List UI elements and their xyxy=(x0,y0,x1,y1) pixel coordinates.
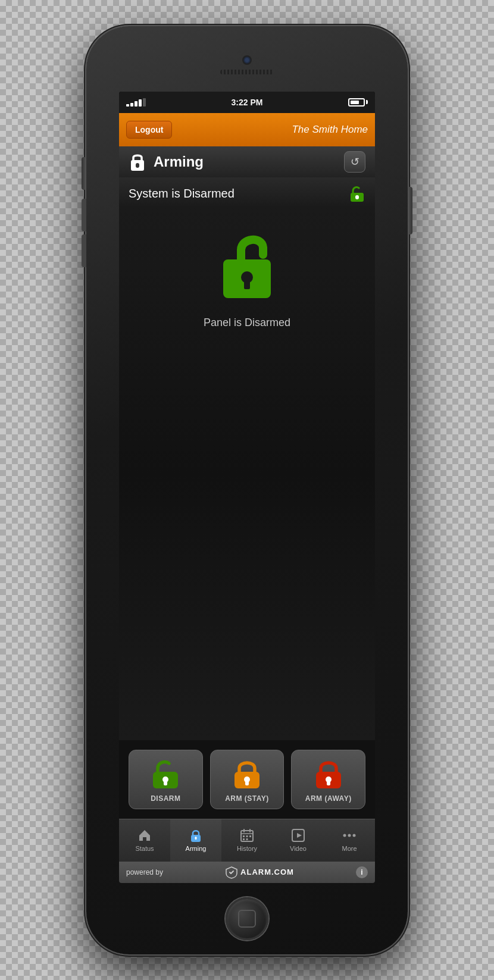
disarmed-status-icon xyxy=(349,186,365,202)
alarm-shield-icon xyxy=(225,866,238,879)
section-title-left: Arming xyxy=(129,152,204,172)
svg-rect-23 xyxy=(246,835,248,837)
arm-stay-icon xyxy=(232,759,262,790)
system-status-text: System is Disarmed xyxy=(129,187,235,201)
tab-history[interactable]: History xyxy=(221,819,273,862)
svg-rect-26 xyxy=(246,838,248,840)
svg-rect-12 xyxy=(245,780,249,785)
signal-bars xyxy=(126,98,146,107)
arm-stay-label: ARM (STAY) xyxy=(225,794,269,803)
tab-video-label: Video xyxy=(290,845,307,852)
powered-bar: powered by ALARM.COM i xyxy=(119,862,375,883)
arm-away-label: ARM (AWAY) xyxy=(305,794,352,803)
svg-point-31 xyxy=(353,834,356,837)
arm-stay-button[interactable]: ARM (STAY) xyxy=(210,750,284,809)
svg-point-30 xyxy=(348,834,351,837)
system-status-row: System is Disarmed xyxy=(119,177,375,207)
signal-bar-1 xyxy=(126,104,129,107)
disarm-label: DISARM xyxy=(151,794,180,803)
section-title-text: Arming xyxy=(154,154,204,170)
tab-more[interactable]: More xyxy=(324,819,375,862)
tab-status[interactable]: Status xyxy=(119,819,170,862)
history-calendar-icon xyxy=(240,828,254,843)
svg-point-29 xyxy=(343,834,346,837)
svg-rect-25 xyxy=(243,838,245,840)
alarm-brand-name: ALARM.COM xyxy=(240,868,294,876)
svg-marker-28 xyxy=(297,833,302,838)
arming-lock-icon xyxy=(129,152,146,172)
home-button-inner xyxy=(238,910,256,928)
tab-status-label: Status xyxy=(135,845,154,852)
tab-bar: Status Arming xyxy=(119,819,375,862)
arm-away-button[interactable]: ARM (AWAY) xyxy=(291,750,365,809)
disarm-button[interactable]: DISARM xyxy=(129,750,203,809)
battery-fill xyxy=(351,101,359,104)
signal-bar-4 xyxy=(139,99,142,107)
battery-body xyxy=(348,98,365,107)
arming-tab-lock-icon xyxy=(189,828,203,843)
action-buttons-row: DISARM ARM (STAY) xyxy=(119,740,375,819)
logout-button[interactable]: Logout xyxy=(126,121,172,139)
battery-tip xyxy=(366,100,368,104)
powered-by-text: powered by xyxy=(126,868,163,876)
battery-indicator xyxy=(348,98,368,107)
status-home-icon xyxy=(137,828,152,843)
tab-arming[interactable]: Arming xyxy=(170,819,221,862)
svg-rect-15 xyxy=(327,780,330,785)
status-time: 3:22 PM xyxy=(232,98,263,107)
speaker-grille xyxy=(220,70,274,74)
phone-device: 3:22 PM Logout The Smith Home xyxy=(86,26,408,954)
tab-video[interactable]: Video xyxy=(273,819,324,862)
svg-rect-6 xyxy=(244,278,250,289)
phone-bottom xyxy=(86,883,408,954)
screen: 3:22 PM Logout The Smith Home xyxy=(119,92,375,883)
camera xyxy=(242,55,252,65)
big-lock-icon-container xyxy=(208,225,286,305)
disarm-icon xyxy=(150,759,181,790)
refresh-button[interactable]: ↻ xyxy=(344,151,365,173)
tab-history-label: History xyxy=(237,845,257,852)
signal-bar-2 xyxy=(130,103,133,107)
video-play-icon xyxy=(291,828,305,843)
panel-area: Panel is Disarmed xyxy=(119,207,375,740)
panel-status-text: Panel is Disarmed xyxy=(204,317,290,329)
refresh-icon: ↻ xyxy=(351,155,359,168)
svg-rect-24 xyxy=(249,835,251,837)
info-button[interactable]: i xyxy=(356,866,368,878)
status-bar: 3:22 PM xyxy=(119,92,375,113)
signal-bar-5 xyxy=(143,98,146,107)
section-title-bar: Arming ↻ xyxy=(119,146,375,177)
home-button[interactable] xyxy=(226,897,268,940)
svg-rect-3 xyxy=(355,195,359,199)
home-name-label: The Smith Home xyxy=(292,124,368,136)
big-disarmed-lock-icon xyxy=(208,225,286,302)
svg-rect-1 xyxy=(136,163,139,168)
more-dots-icon xyxy=(342,828,357,843)
app-header: Logout The Smith Home xyxy=(119,113,375,146)
svg-rect-22 xyxy=(243,835,245,837)
phone-top xyxy=(86,26,408,92)
tab-arming-label: Arming xyxy=(186,845,207,852)
tab-more-label: More xyxy=(342,845,357,852)
svg-rect-17 xyxy=(195,837,197,840)
arm-away-icon xyxy=(313,759,344,790)
svg-rect-9 xyxy=(164,780,167,785)
alarm-logo: ALARM.COM xyxy=(225,866,294,879)
signal-bar-3 xyxy=(135,101,137,107)
